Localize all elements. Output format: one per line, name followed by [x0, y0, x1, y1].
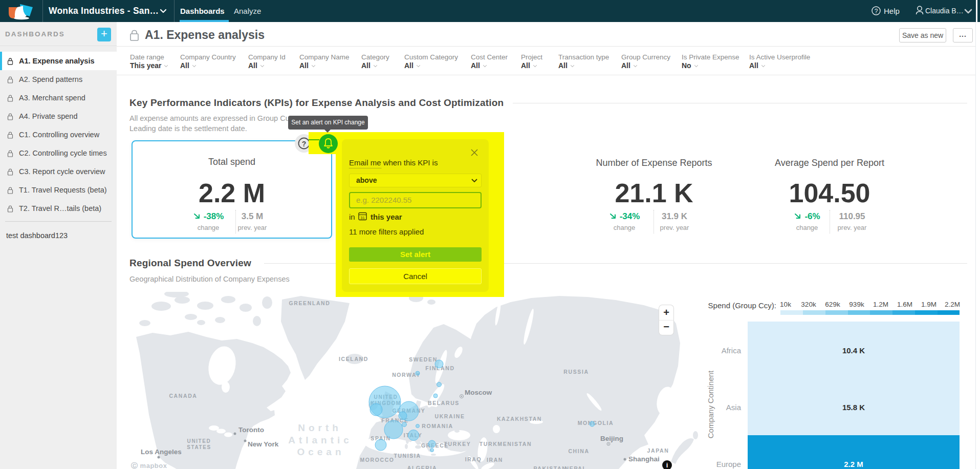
svg-text:TUNISIA: TUNISIA: [394, 453, 421, 459]
svg-text:CHINA: CHINA: [568, 448, 589, 454]
svg-text:JAPAN: JAPAN: [647, 447, 669, 454]
svg-text:ICELAND: ICELAND: [339, 356, 368, 362]
svg-text:MONGOLIA: MONGOLIA: [578, 420, 614, 426]
svg-text:TURKEY: TURKEY: [444, 441, 471, 447]
svg-text:KAZAKHSTAN: KAZAKHSTAN: [497, 416, 542, 422]
svg-text:?: ?: [302, 140, 307, 148]
svg-text:MOROCCO: MOROCCO: [360, 457, 394, 463]
svg-text:TURKMENISTAN: TURKMENISTAN: [480, 441, 532, 447]
svg-text:STATES: STATES: [187, 444, 211, 450]
svg-text:31: 31: [360, 216, 365, 220]
svg-text:ROMANIA: ROMANIA: [422, 423, 453, 429]
svg-text:ALGERIA: ALGERIA: [407, 465, 437, 469]
svg-text:New York: New York: [248, 440, 279, 448]
svg-text:IRAQ: IRAQ: [465, 456, 482, 462]
svg-text:RUSSIA: RUSSIA: [563, 369, 589, 375]
svg-text:SWEDEN: SWEDEN: [409, 356, 438, 363]
svg-text:IRAN: IRAN: [487, 457, 503, 463]
svg-text:GREENLAND: GREENLAND: [289, 300, 331, 306]
svg-text:Shanghai: Shanghai: [628, 455, 660, 463]
svg-text:UKRAINE: UKRAINE: [434, 413, 465, 419]
svg-text:Ocean: Ocean: [297, 446, 344, 457]
svg-text:CANADA: CANADA: [169, 393, 197, 399]
svg-text:PAKISTAN: PAKISTAN: [534, 465, 567, 469]
svg-text:NEPAL: NEPAL: [565, 465, 587, 469]
svg-text:Moscow: Moscow: [465, 389, 492, 396]
svg-text:UNITED: UNITED: [187, 438, 211, 444]
svg-text:BELARUS: BELARUS: [428, 400, 460, 406]
svg-text:Beijing: Beijing: [600, 435, 623, 442]
svg-text:North: North: [298, 422, 342, 433]
svg-text:Atlantic: Atlantic: [288, 435, 353, 445]
svg-text:Los Angeles: Los Angeles: [141, 448, 182, 456]
svg-text:?: ?: [875, 8, 878, 15]
svg-text:Toronto: Toronto: [238, 426, 264, 434]
